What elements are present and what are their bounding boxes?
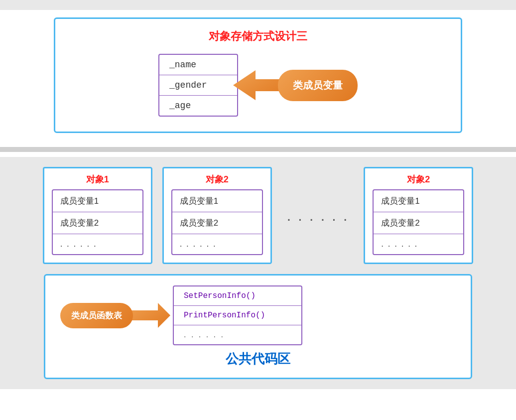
bottom-content: 类成员函数表 [60, 285, 456, 345]
object-1-member-2: 成员变量2 [53, 212, 142, 234]
section-divider [0, 147, 516, 152]
function-1: SetPersonInfo() [174, 286, 301, 306]
object-2-title: 对象2 [171, 173, 263, 185]
middle-section: 对象1 成员变量1 成员变量2 . . . . . . 对象2 成员变量1 成员… [0, 157, 516, 389]
top-section: 对象存储方式设计三 _name _gender _age [54, 17, 462, 133]
object-box-3: 对象2 成员变量1 成员变量2 . . . . . . [364, 167, 473, 264]
object-3-dots: . . . . . . [374, 234, 463, 254]
top-title: 对象存储方式设计三 [70, 29, 446, 44]
svg-marker-0 [233, 70, 283, 100]
field-gender: _gender [159, 75, 237, 96]
object-3-member-1: 成员变量1 [374, 190, 463, 212]
object-1-title: 对象1 [52, 173, 143, 185]
object-1-inner: 成员变量1 成员变量2 . . . . . . [52, 189, 143, 255]
main-wrapper: 对象存储方式设计三 _name _gender _age [0, 10, 516, 420]
objects-row: 对象1 成员变量1 成员变量2 . . . . . . 对象2 成员变量1 成员… [43, 167, 474, 264]
top-content: _name _gender _age 类成员变 [70, 54, 446, 117]
middle-ellipsis: . . . . . . [282, 207, 354, 224]
class-member-variable-label: 类成员变量 [278, 70, 358, 101]
functions-table: SetPersonInfo() PrintPersonInfo() . . . … [173, 285, 302, 345]
object-3-inner: 成员变量1 成员变量2 . . . . . . [373, 189, 464, 255]
object-box-1: 对象1 成员变量1 成员变量2 . . . . . . [43, 167, 152, 264]
field-age: _age [159, 96, 237, 116]
function-2: PrintPersonInfo() [174, 306, 301, 325]
field-name: _name [159, 55, 237, 75]
bottom-title: 公共代码区 [60, 350, 456, 368]
function-dots: . . . . . . [174, 325, 301, 344]
object-3-member-2: 成员变量2 [374, 212, 463, 234]
right-arrow-icon [130, 303, 170, 328]
svg-marker-1 [130, 303, 170, 328]
object-1-dots: . . . . . . [53, 234, 142, 254]
object-box-2: 对象2 成员变量1 成员变量2 . . . . . . [162, 167, 272, 264]
left-arrow-icon [233, 70, 283, 100]
object-3-title: 对象2 [373, 173, 464, 185]
object-2-member-1: 成员变量1 [172, 190, 262, 212]
fields-table: _name _gender _age [158, 54, 238, 117]
object-2-member-2: 成员变量2 [172, 212, 262, 234]
bottom-section: 类成员函数表 [44, 274, 472, 379]
object-1-member-1: 成员变量1 [53, 190, 142, 212]
class-member-function-label: 类成员函数表 [60, 303, 133, 328]
object-2-inner: 成员变量1 成员变量2 . . . . . . [171, 189, 263, 255]
object-2-dots: . . . . . . [172, 234, 262, 254]
